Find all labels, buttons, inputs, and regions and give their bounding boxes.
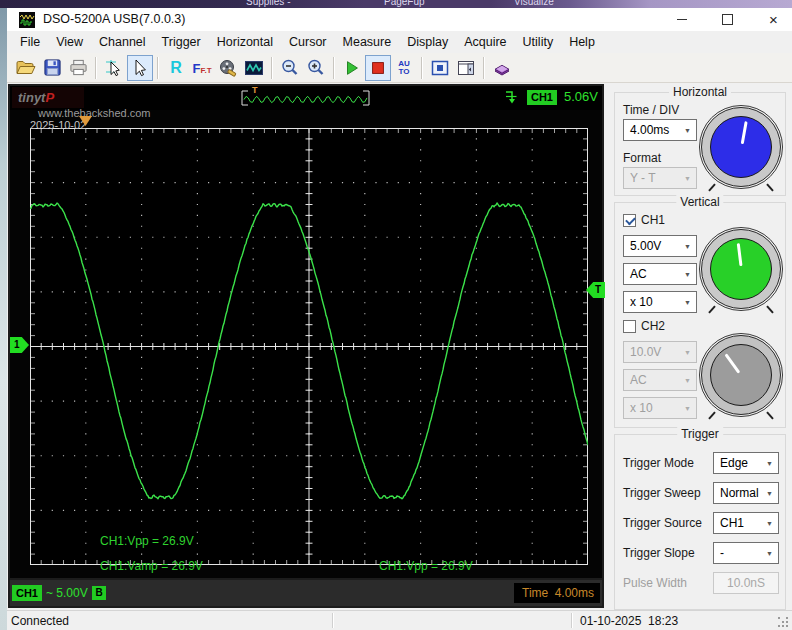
help-book-icon[interactable] <box>489 55 515 81</box>
minimize-icon <box>677 19 687 20</box>
statusbar-divider <box>571 613 573 628</box>
cursor-select-icon[interactable] <box>127 55 153 81</box>
watermark-url: www.thebackshed.com <box>38 107 151 119</box>
reel-icon[interactable] <box>215 55 241 81</box>
acquisition-preview[interactable]: T <box>238 87 373 109</box>
trigger-source-label: Trigger Source <box>623 516 702 530</box>
waveform-grid <box>30 128 588 565</box>
measurement-vpp: CH1:Vpp = 26.9V <box>100 534 194 548</box>
fullscreen-icon[interactable] <box>427 55 453 81</box>
ch1-badge: CH1 <box>12 585 42 601</box>
toolbar-separator <box>483 57 485 79</box>
chevron-down-icon: ▼ <box>684 121 691 141</box>
time-div-select[interactable]: 4.00ms▼ <box>623 119 697 141</box>
trigger-level-marker[interactable]: T <box>586 282 605 298</box>
preview-trigger-marker: T <box>252 85 258 95</box>
measurement-vpp-2: CH1:Vpp = 26.9V <box>379 559 473 573</box>
chevron-down-icon: ▼ <box>766 454 773 474</box>
ch1-position-knob[interactable] <box>699 227 783 311</box>
menu-display[interactable]: Display <box>399 35 456 49</box>
ch1-probe-select[interactable]: x 10▼ <box>623 291 697 313</box>
background-text: PageFup <box>384 0 425 7</box>
ch1-scale-readout: ~ 5.00V <box>46 586 88 600</box>
toolbar-separator <box>421 57 423 79</box>
menu-cursor[interactable]: Cursor <box>281 35 335 49</box>
app-icon <box>19 12 35 32</box>
trigger-sweep-select[interactable]: Normal▼ <box>713 482 779 504</box>
menu-help[interactable]: Help <box>561 35 603 49</box>
window-title: DSO-5200A USB(7.0.0.3) <box>43 8 185 31</box>
maximize-button[interactable] <box>712 8 743 31</box>
ch2-volts-select: 10.0V▼ <box>623 341 697 363</box>
menu-view[interactable]: View <box>48 35 91 49</box>
menu-utility[interactable]: Utility <box>515 35 562 49</box>
chevron-down-icon: ▼ <box>684 293 691 313</box>
waveform-view-icon[interactable] <box>241 55 267 81</box>
bandwidth-badge: B <box>92 586 106 600</box>
menu-trigger[interactable]: Trigger <box>154 35 209 49</box>
resize-grip-icon[interactable] <box>778 617 780 619</box>
toolbar-separator <box>333 57 335 79</box>
ch1-volts-select[interactable]: 5.00V▼ <box>623 235 697 257</box>
menu-channel[interactable]: Channel <box>91 35 154 49</box>
chevron-down-icon: ▼ <box>766 484 773 504</box>
timebase-readout: Time 4.00ms <box>514 583 600 603</box>
fft-icon[interactable]: FF.T <box>189 55 215 81</box>
chevron-down-icon: ▼ <box>766 544 773 564</box>
ch2-coupling-select: AC▼ <box>623 369 697 391</box>
pulse-width-label: Pulse Width <box>623 576 687 590</box>
cursor-track-icon[interactable] <box>101 55 127 81</box>
chevron-down-icon: ▼ <box>684 399 691 419</box>
trigger-source-select[interactable]: CH1▼ <box>713 512 779 534</box>
save-icon[interactable] <box>39 55 65 81</box>
chevron-down-icon: ▼ <box>684 371 691 391</box>
chevron-down-icon: ▼ <box>684 169 691 189</box>
vertical-group: Vertical CH1 5.00V▼ AC▼ x 10▼ CH2 10.0V▼… <box>614 202 786 428</box>
trigger-channel-badge: CH1 <box>527 90 557 105</box>
status-bar: Connected 01-10-2025 18:23 <box>7 610 792 630</box>
time-div-label: Time / DIV <box>623 103 679 117</box>
menu-acquire[interactable]: Acquire <box>456 35 514 49</box>
datetime-readout: 01-10-2025 18:23 <box>580 614 678 628</box>
horizontal-knob[interactable] <box>699 105 783 189</box>
statusbar-divider <box>332 613 334 628</box>
chevron-down-icon: ▼ <box>684 265 691 285</box>
menu-bar: File View Channel Trigger Horizontal Cur… <box>7 31 792 53</box>
zoom-in-icon[interactable] <box>303 55 329 81</box>
logo-watermark: tinytP <box>12 87 84 108</box>
scope-display[interactable]: www.thebackshed.com 2025-10-02 1 T CH1:V… <box>10 110 602 578</box>
trigger-mode-label: Trigger Mode <box>623 456 694 470</box>
trigger-slope-select[interactable]: -▼ <box>713 542 779 564</box>
ch1-ground-marker[interactable]: 1 <box>10 337 29 353</box>
ch1-coupling-select[interactable]: AC▼ <box>623 263 697 285</box>
ch2-position-knob[interactable] <box>699 333 783 417</box>
menu-measure[interactable]: Measure <box>335 35 400 49</box>
menu-file[interactable]: File <box>12 35 48 49</box>
title-bar: DSO-5200A USB(7.0.0.3) × <box>7 8 792 31</box>
auto-setup-icon[interactable]: AUTO <box>391 55 417 81</box>
pulse-width-input: 10.0nS <box>713 572 779 594</box>
toolbar-separator <box>271 57 273 79</box>
trigger-slope-label: Trigger Slope <box>623 546 695 560</box>
chevron-down-icon: ▼ <box>766 514 773 534</box>
zoom-out-icon[interactable] <box>277 55 303 81</box>
toolbar-separator <box>157 57 159 79</box>
stop-icon[interactable] <box>365 55 391 81</box>
trigger-edge-icon <box>504 88 518 110</box>
watermark-date: 2025-10-02 <box>30 119 86 131</box>
run-icon[interactable] <box>339 55 365 81</box>
trigger-mode-select[interactable]: Edge▼ <box>713 452 779 474</box>
window-layout-icon[interactable] <box>453 55 479 81</box>
refresh-r-icon[interactable]: R <box>163 55 189 81</box>
background-window-edge <box>0 8 7 630</box>
ch2-probe-select: x 10▼ <box>623 397 697 419</box>
menu-horizontal[interactable]: Horizontal <box>209 35 281 49</box>
close-button[interactable]: × <box>758 8 789 31</box>
print-icon[interactable] <box>65 55 91 81</box>
ch2-enable-checkbox[interactable]: CH2 <box>623 319 665 333</box>
minimize-button[interactable] <box>666 8 697 31</box>
background-window-strip: Supplies - PageFup Visualize <box>0 0 792 8</box>
ch1-enable-checkbox[interactable]: CH1 <box>623 213 665 227</box>
chevron-down-icon: ▼ <box>684 237 691 257</box>
open-file-icon[interactable] <box>13 55 39 81</box>
